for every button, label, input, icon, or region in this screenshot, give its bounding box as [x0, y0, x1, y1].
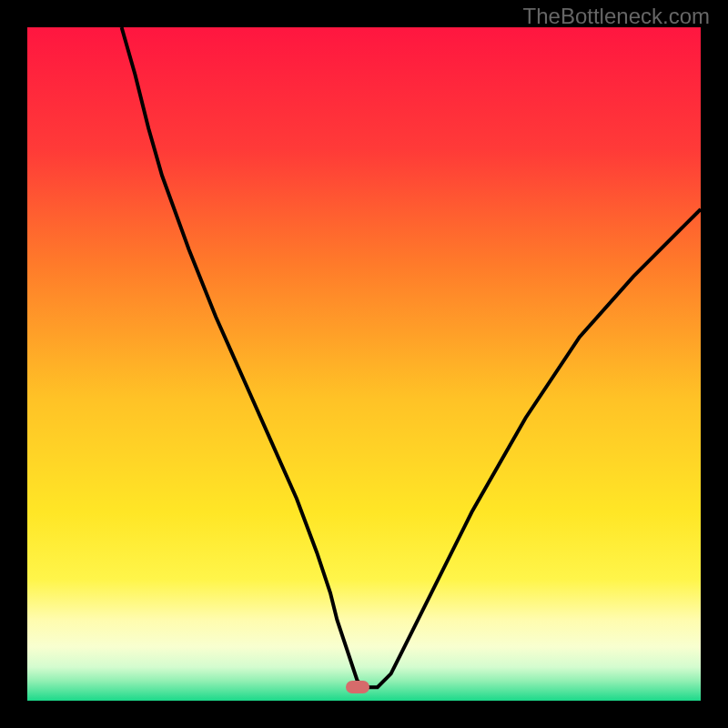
optimal-marker [346, 681, 369, 693]
plot-area [27, 27, 701, 701]
chart-container: TheBottleneck.com [0, 0, 728, 728]
watermark-text: TheBottleneck.com [523, 4, 710, 29]
bottleneck-curve [27, 27, 701, 701]
